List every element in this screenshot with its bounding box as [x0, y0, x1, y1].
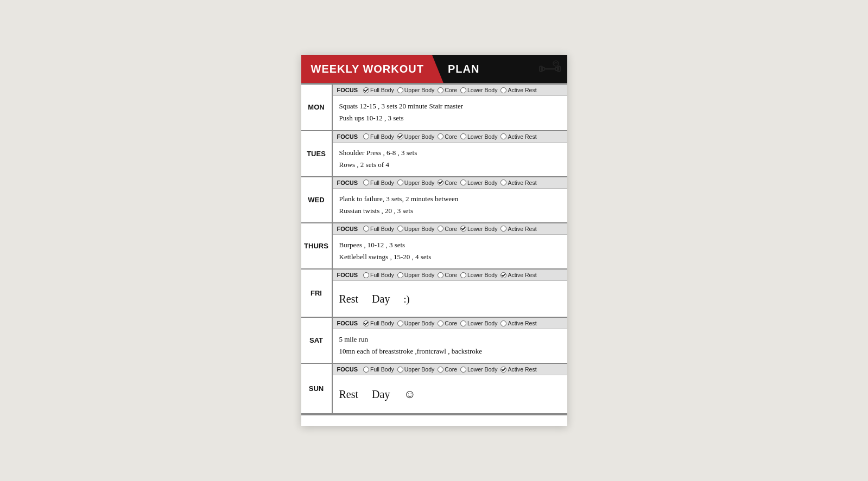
focus-option-label: Lower Body	[467, 320, 497, 326]
focus-label: FOCUS	[337, 226, 358, 232]
header-title-left: WEEKLY WORKOUT	[301, 55, 443, 83]
svg-point-5	[553, 61, 559, 66]
focus-option-upper-body[interactable]: Upper Body	[397, 133, 434, 140]
focus-option-full-body[interactable]: Full Body	[363, 272, 394, 278]
focus-option-label: Full Body	[370, 320, 394, 326]
focus-option-active-rest[interactable]: Active Rest	[500, 179, 536, 186]
focus-option-full-body[interactable]: Full Body	[363, 320, 394, 326]
radio-empty	[397, 367, 403, 373]
focus-option-label: Core	[445, 226, 457, 232]
focus-option-label: Core	[445, 366, 457, 373]
focus-option-label: Upper Body	[404, 272, 434, 278]
day-content-fri: FOCUS Full Body Upper Body Core Lower Bo…	[333, 270, 567, 317]
focus-option-label: Core	[445, 133, 457, 140]
focus-bar-wed: FOCUS Full Body Upper Body Core Lower Bo…	[333, 177, 567, 189]
focus-option-label: Core	[445, 179, 457, 186]
focus-option-active-rest[interactable]: Active Rest	[500, 87, 536, 93]
focus-bar-fri: FOCUS Full Body Upper Body Core Lower Bo…	[333, 270, 567, 281]
focus-option-core[interactable]: Core	[438, 87, 457, 93]
focus-option-core[interactable]: Core	[438, 179, 457, 186]
workout-text-wed: Plank to failure, 3 sets, 2 minutes betw…	[333, 189, 567, 222]
focus-option-label: Core	[445, 272, 457, 278]
day-content-sun: FOCUS Full Body Upper Body Core Lower Bo…	[333, 364, 567, 413]
focus-option-upper-body[interactable]: Upper Body	[397, 87, 434, 93]
workout-text-sun: Rest Day ☺	[333, 375, 567, 413]
focus-option-label: Core	[445, 320, 457, 326]
focus-option-label: Full Body	[370, 272, 394, 278]
radio-checked	[500, 367, 506, 373]
focus-option-active-rest[interactable]: Active Rest	[500, 226, 536, 232]
focus-label: FOCUS	[337, 179, 358, 186]
focus-option-full-body[interactable]: Full Body	[363, 133, 394, 140]
radio-empty	[397, 272, 403, 278]
header-title-right: PLAN	[438, 55, 489, 83]
focus-label: FOCUS	[337, 87, 358, 93]
radio-empty	[363, 133, 369, 139]
radio-empty	[397, 320, 403, 326]
radio-empty	[500, 226, 506, 232]
radio-checked	[438, 179, 443, 185]
workout-text-tues: Shoulder Press , 6-8 , 3 setsRows , 2 se…	[333, 143, 567, 176]
focus-option-lower-body[interactable]: Lower Body	[460, 179, 497, 186]
radio-empty	[397, 87, 403, 93]
workout-text-mon: Squats 12-15 , 3 sets 20 minute Stair ma…	[333, 96, 567, 130]
focus-option-label: Upper Body	[404, 226, 434, 232]
focus-option-active-rest[interactable]: Active Rest	[500, 320, 536, 326]
radio-checked	[363, 87, 369, 93]
radio-empty	[500, 179, 506, 185]
radio-empty	[363, 179, 369, 185]
day-row-wed: WEDFOCUS Full Body Upper Body Core Lower…	[301, 177, 567, 223]
header: WEEKLY WORKOUT PLAN	[301, 55, 567, 83]
radio-empty	[460, 320, 466, 326]
focus-option-label: Active Rest	[508, 226, 536, 232]
focus-option-core[interactable]: Core	[438, 320, 457, 326]
focus-option-label: Upper Body	[404, 366, 434, 373]
focus-option-core[interactable]: Core	[438, 133, 457, 140]
focus-option-lower-body[interactable]: Lower Body	[460, 226, 497, 232]
day-content-wed: FOCUS Full Body Upper Body Core Lower Bo…	[333, 177, 567, 222]
focus-label: FOCUS	[337, 366, 358, 373]
focus-option-label: Core	[445, 87, 457, 93]
focus-option-label: Lower Body	[467, 179, 497, 186]
focus-option-upper-body[interactable]: Upper Body	[397, 226, 434, 232]
radio-empty	[460, 272, 466, 278]
focus-option-full-body[interactable]: Full Body	[363, 366, 394, 373]
focus-option-lower-body[interactable]: Lower Body	[460, 272, 497, 278]
focus-option-full-body[interactable]: Full Body	[363, 179, 394, 186]
radio-checked	[500, 272, 506, 278]
focus-option-upper-body[interactable]: Upper Body	[397, 366, 434, 373]
radio-empty	[363, 367, 369, 373]
focus-option-active-rest[interactable]: Active Rest	[500, 133, 536, 140]
focus-option-active-rest[interactable]: Active Rest	[500, 272, 536, 278]
focus-option-upper-body[interactable]: Upper Body	[397, 179, 434, 186]
day-label-thurs: THURS	[301, 223, 333, 268]
bottom-divider	[301, 414, 567, 415]
days-container: MONFOCUS Full Body Upper Body Core Lower…	[301, 85, 567, 414]
weekly-workout-plan: WEEKLY WORKOUT PLAN MONFOCUS Full Body U…	[301, 55, 567, 426]
focus-option-lower-body[interactable]: Lower Body	[460, 133, 497, 140]
focus-option-full-body[interactable]: Full Body	[363, 226, 394, 232]
focus-option-lower-body[interactable]: Lower Body	[460, 320, 497, 326]
focus-option-active-rest[interactable]: Active Rest	[500, 366, 536, 373]
focus-option-lower-body[interactable]: Lower Body	[460, 366, 497, 373]
focus-option-core[interactable]: Core	[438, 226, 457, 232]
focus-option-core[interactable]: Core	[438, 366, 457, 373]
day-row-thurs: THURSFOCUS Full Body Upper Body Core Low…	[301, 223, 567, 270]
focus-option-label: Active Rest	[508, 366, 536, 373]
focus-option-upper-body[interactable]: Upper Body	[397, 272, 434, 278]
radio-empty	[438, 320, 443, 326]
focus-option-lower-body[interactable]: Lower Body	[460, 87, 497, 93]
day-label-mon: MON	[301, 85, 333, 130]
focus-option-upper-body[interactable]: Upper Body	[397, 320, 434, 326]
focus-option-label: Lower Body	[467, 133, 497, 140]
radio-empty	[397, 226, 403, 232]
focus-label: FOCUS	[337, 133, 358, 140]
focus-option-core[interactable]: Core	[438, 272, 457, 278]
radio-empty	[460, 367, 466, 373]
focus-bar-sat: FOCUS Full Body Upper Body Core Lower Bo…	[333, 318, 567, 329]
focus-option-label: Active Rest	[508, 320, 536, 326]
day-content-thurs: FOCUS Full Body Upper Body Core Lower Bo…	[333, 223, 567, 268]
focus-bar-tues: FOCUS Full Body Upper Body Core Lower Bo…	[333, 131, 567, 143]
radio-empty	[500, 87, 506, 93]
focus-option-full-body[interactable]: Full Body	[363, 87, 394, 93]
